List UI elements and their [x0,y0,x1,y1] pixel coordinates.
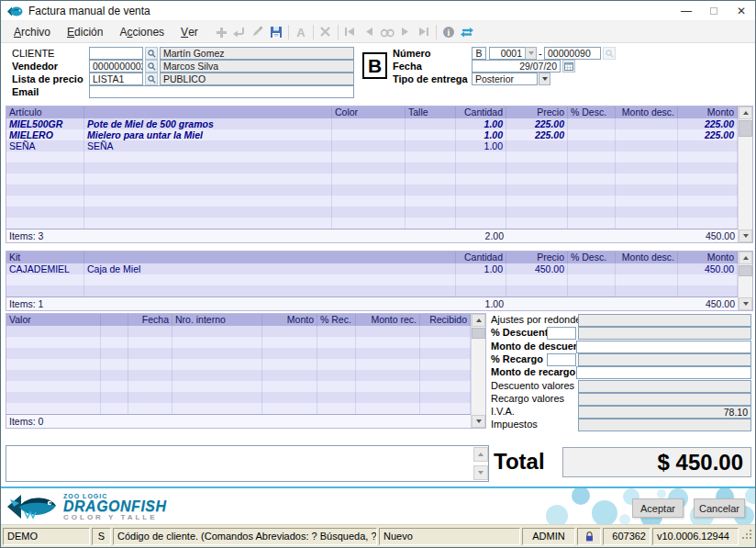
table-row[interactable] [6,162,738,173]
first-icon[interactable] [341,23,360,41]
grid-cell[interactable] [568,196,616,207]
grid-cell[interactable] [84,196,332,207]
grid-cell[interactable] [6,151,84,162]
grid-cell[interactable] [568,207,616,218]
grid-cell[interactable] [420,392,471,403]
table-row[interactable] [6,326,471,337]
grid-cell[interactable] [172,392,262,403]
grid-cell[interactable] [420,370,471,381]
grid-cell[interactable]: MIELERO [6,129,84,140]
grid-cell[interactable] [128,403,172,414]
grid-cell[interactable]: 225.00 [678,129,738,140]
grid-cell[interactable] [616,151,678,162]
cancelar-button[interactable]: Cancelar [694,498,745,518]
grid-cell[interactable] [128,392,172,403]
tipo-entrega-dropdown-icon[interactable] [539,73,550,85]
grid-cell[interactable]: 225.00 [506,129,568,140]
delete-icon[interactable] [317,23,335,41]
grid-cell[interactable] [506,218,568,229]
grid-cell[interactable] [84,162,332,173]
numero-serie-dropdown-icon[interactable] [525,47,537,60]
grid-cell[interactable] [101,337,128,348]
scroll-down-icon[interactable] [739,297,752,310]
grid-cell[interactable] [356,403,420,414]
grid-cell[interactable] [262,337,317,348]
grid-cell[interactable] [456,207,506,218]
edit-icon[interactable] [249,23,267,41]
grid-cell[interactable] [456,162,506,173]
grid-cell[interactable] [568,129,616,140]
grid-cell[interactable] [84,185,332,196]
grid-cell[interactable] [356,392,420,403]
grid-cell[interactable] [332,207,406,218]
numero-search-icon[interactable] [603,47,616,60]
scroll-up-icon[interactable] [472,314,485,327]
grid-cell[interactable] [6,370,101,381]
fecha-input[interactable]: 29/07/20 [472,60,561,73]
reply-icon[interactable] [230,23,249,41]
grid-cell[interactable] [568,263,616,274]
grid-cell[interactable] [568,140,616,151]
grid-cell[interactable] [262,403,317,414]
grid-cell[interactable] [506,151,568,162]
grid-cell[interactable] [616,140,678,151]
grid-cell[interactable] [506,162,568,173]
grid-cell[interactable] [356,326,420,337]
grid-cell[interactable] [616,274,678,285]
grid-cell[interactable] [6,207,84,218]
menu-archivo[interactable]: Archivo [6,21,59,42]
grid-cell[interactable] [406,129,456,140]
table-row[interactable] [6,359,471,370]
grid-cell[interactable] [6,359,101,370]
grid-cell[interactable] [332,185,406,196]
grid-cell[interactable] [616,207,678,218]
grid-cell[interactable] [456,185,506,196]
lista-precio-search-icon[interactable] [145,73,158,85]
grid-cell[interactable] [6,185,84,196]
menu-ver[interactable]: Ver [172,21,206,42]
grid-cell[interactable] [101,359,128,370]
maximize-button[interactable] [700,1,728,21]
vendedor-code-input[interactable]: 0000000002 [89,60,143,73]
grid-cell[interactable] [101,348,128,359]
grid-cell[interactable] [678,140,738,151]
grid-cell[interactable] [101,403,128,414]
grid-cell[interactable] [568,218,616,229]
grid-cell[interactable] [506,173,568,185]
table-row[interactable] [6,196,738,207]
grid-cell[interactable] [456,151,506,162]
note-scroll-down-icon[interactable] [473,465,488,480]
grid-cell[interactable] [317,370,356,381]
grid-cell[interactable] [6,337,101,348]
grid-cell[interactable] [406,151,456,162]
scroll-up-icon[interactable] [739,252,752,264]
table-row[interactable] [6,403,471,414]
kits-scrollbar[interactable] [738,252,752,310]
grid-cell[interactable] [332,151,406,162]
numero-letter-input[interactable]: B [472,47,486,60]
grid-cell[interactable] [317,337,356,348]
grid-cell[interactable] [172,359,262,370]
grid-cell[interactable]: SEÑA [84,140,332,151]
grid-cell[interactable] [101,392,128,403]
percent-input[interactable] [547,327,576,340]
grid-cell[interactable] [6,274,84,285]
percent-input[interactable] [547,353,576,366]
grid-cell[interactable] [356,337,420,348]
grid-cell[interactable] [506,196,568,207]
articles-scrollbar[interactable] [738,106,752,242]
grid-cell[interactable] [262,326,317,337]
grid-cell[interactable] [406,185,456,196]
table-row[interactable] [6,274,738,285]
grid-cell[interactable] [101,326,128,337]
scroll-thumb[interactable] [472,328,485,339]
grid-cell[interactable] [406,196,456,207]
grid-cell[interactable] [616,218,678,229]
info-icon[interactable]: i [439,23,458,41]
table-row[interactable] [6,392,471,403]
grid-cell[interactable] [332,118,406,129]
adjustment-field[interactable] [576,341,751,353]
last-icon[interactable] [415,23,433,41]
grid-cell[interactable] [172,370,262,381]
grid-cell[interactable] [406,173,456,185]
